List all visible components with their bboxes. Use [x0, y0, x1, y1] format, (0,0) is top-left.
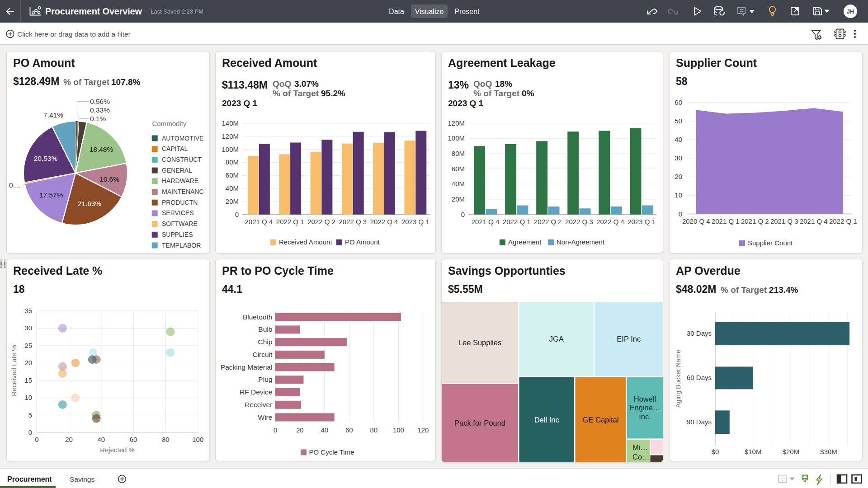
svg-text:40: 40 — [675, 136, 682, 143]
svg-text:20: 20 — [296, 426, 304, 434]
svg-text:Plug: Plug — [258, 375, 272, 383]
svg-text:2021 Q 4: 2021 Q 4 — [800, 217, 828, 225]
svg-text:HARDWARE: HARDWARE — [162, 177, 198, 184]
svg-text:0.33%: 0.33% — [90, 106, 110, 114]
svg-text:PO Amount: PO Amount — [345, 238, 380, 246]
svg-text:SUPPLIES: SUPPLIES — [162, 231, 193, 238]
svg-text:0: 0 — [235, 211, 239, 218]
svg-text:2023 Q 1: 2023 Q 1 — [401, 218, 429, 225]
svg-text:18.48%: 18.48% — [90, 145, 113, 153]
svg-text:60M: 60M — [226, 171, 239, 179]
svg-text:17.57%: 17.57% — [39, 191, 63, 199]
svg-text:2022 Q 4: 2022 Q 4 — [596, 218, 624, 225]
svg-text:2021 Q 4: 2021 Q 4 — [472, 218, 500, 225]
svg-text:2022 Q 3: 2022 Q 3 — [565, 218, 593, 225]
svg-text:RF Device: RF Device — [240, 388, 272, 396]
svg-text:30: 30 — [24, 324, 32, 332]
svg-text:0.1%: 0.1% — [90, 115, 106, 122]
svg-text:2021 Q 1: 2021 Q 1 — [712, 217, 740, 225]
svg-text:60: 60 — [675, 99, 682, 106]
svg-text:Bulb: Bulb — [258, 325, 272, 333]
svg-text:7.41%: 7.41% — [43, 111, 63, 119]
svg-text:CONSTRUCT: CONSTRUCT — [162, 156, 202, 163]
svg-text:Savings: Savings — [70, 475, 94, 483]
svg-text:2022 Q 2: 2022 Q 2 — [534, 218, 562, 225]
svg-text:10.6%: 10.6% — [99, 175, 119, 183]
svg-text:$48.02M: $48.02M — [676, 283, 717, 295]
svg-text:2020 Q 4: 2020 Q 4 — [682, 217, 710, 225]
svg-text:2022 Q 1: 2022 Q 1 — [503, 218, 531, 225]
svg-text:120M: 120M — [448, 119, 465, 127]
svg-text:0: 0 — [679, 210, 682, 218]
svg-text:80M: 80M — [226, 158, 239, 166]
svg-text:2023 Q 1: 2023 Q 1 — [627, 218, 656, 225]
svg-text:0: 0 — [461, 211, 465, 218]
svg-text:$20M: $20M — [783, 448, 800, 455]
svg-text:TEMPLABOR: TEMPLABOR — [162, 242, 201, 249]
svg-text:5: 5 — [28, 411, 32, 419]
svg-text:Chip: Chip — [258, 338, 273, 346]
svg-text:213.4%: 213.4% — [769, 285, 798, 295]
svg-text:60: 60 — [345, 426, 353, 434]
svg-text:40: 40 — [321, 426, 328, 434]
svg-text:Commodity: Commodity — [152, 120, 187, 127]
svg-text:95.2%: 95.2% — [321, 89, 345, 98]
svg-text:40M: 40M — [452, 180, 465, 188]
svg-text:50: 50 — [675, 117, 682, 125]
svg-text:Co…: Co… — [632, 453, 650, 461]
svg-text:QoQ: QoQ — [473, 79, 492, 89]
svg-text:30 Days: 30 Days — [687, 329, 712, 337]
svg-text:EIP Inc: EIP Inc — [617, 335, 641, 343]
svg-text:21.63%: 21.63% — [78, 200, 102, 207]
svg-text:JGA: JGA — [549, 335, 564, 343]
svg-text:25: 25 — [24, 342, 32, 349]
svg-text:20M: 20M — [452, 195, 465, 203]
svg-text:60: 60 — [130, 436, 137, 443]
svg-text:2022 Q 4: 2022 Q 4 — [370, 218, 398, 225]
svg-text:120: 120 — [417, 426, 429, 434]
svg-text:120M: 120M — [222, 132, 239, 140]
svg-text:10: 10 — [675, 191, 682, 199]
svg-text:13%: 13% — [448, 79, 469, 91]
svg-text:Received Amount: Received Amount — [222, 56, 317, 69]
svg-text:Procurement: Procurement — [7, 475, 52, 483]
svg-text:Click here or drag data to add: Click here or drag data to add a filter — [17, 30, 131, 38]
svg-text:Inc.: Inc. — [639, 413, 651, 421]
svg-text:Pack for Pound: Pack for Pound — [454, 419, 505, 427]
svg-text:2022 Q 1: 2022 Q 1 — [276, 218, 304, 225]
svg-text:40: 40 — [98, 436, 105, 443]
svg-text:0: 0 — [35, 436, 38, 443]
svg-text:GENERAL: GENERAL — [162, 167, 192, 174]
svg-text:AUTOMOTIVE: AUTOMOTIVE — [162, 135, 203, 142]
svg-text:Procurement Overview: Procurement Overview — [45, 6, 142, 16]
svg-text:40M: 40M — [226, 184, 239, 192]
svg-text:Savings Opportunties: Savings Opportunties — [448, 264, 566, 277]
svg-text:80: 80 — [162, 436, 170, 443]
svg-text:100: 100 — [192, 436, 203, 443]
svg-text:Received Late %: Received Late % — [10, 345, 18, 396]
svg-text:2021 Q 3: 2021 Q 3 — [770, 217, 798, 225]
svg-text:Received Late %: Received Late % — [13, 264, 102, 277]
svg-text:Agreement Leakage: Agreement Leakage — [448, 56, 556, 69]
svg-text:60 Days: 60 Days — [687, 374, 712, 381]
svg-text:58: 58 — [676, 75, 688, 87]
svg-text:Receiver: Receiver — [245, 401, 272, 408]
svg-text:% of Target: % of Target — [63, 77, 110, 87]
svg-text:PO Cycle Time: PO Cycle Time — [309, 448, 354, 456]
svg-text:PO Amount: PO Amount — [13, 56, 75, 69]
svg-text:20: 20 — [675, 173, 682, 180]
svg-text:20: 20 — [65, 436, 73, 443]
svg-text:140M: 140M — [222, 119, 239, 127]
svg-text:90 Days: 90 Days — [687, 418, 712, 426]
svg-text:0%: 0% — [522, 89, 534, 98]
svg-text:Supplier Count: Supplier Count — [748, 239, 793, 247]
svg-text:Present: Present — [454, 8, 480, 15]
svg-text:SERVICES: SERVICES — [162, 209, 194, 216]
svg-text:100M: 100M — [222, 145, 239, 153]
svg-text:CAPITAL: CAPITAL — [162, 145, 188, 152]
svg-text:107.8%: 107.8% — [111, 77, 141, 87]
svg-text:100M: 100M — [448, 134, 465, 142]
svg-text:Circuit: Circuit — [252, 351, 273, 358]
svg-text:PR to PO Cycle Time: PR to PO Cycle Time — [222, 264, 334, 277]
svg-text:80M: 80M — [452, 150, 465, 157]
